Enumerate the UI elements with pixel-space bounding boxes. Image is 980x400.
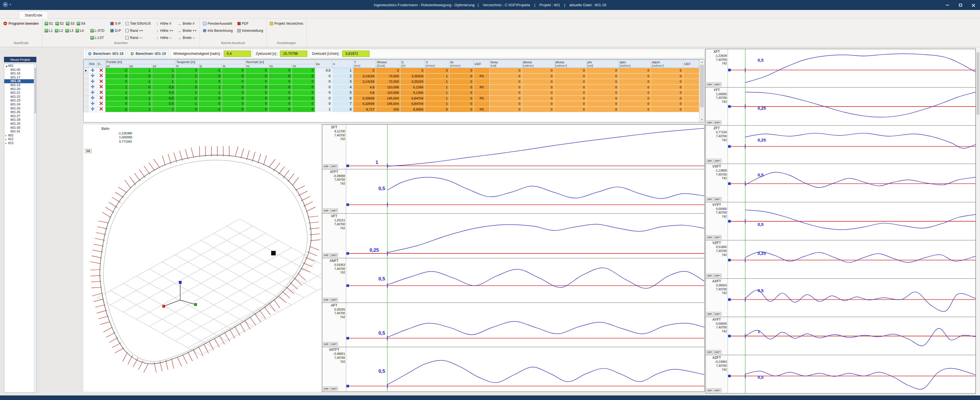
ka-cell[interactable]: 0 — [315, 79, 332, 85]
ka-cell[interactable]: 1 — [315, 106, 332, 112]
checkbox-s4[interactable]: ✓S4 — [77, 22, 85, 25]
point-cell[interactable]: 0 — [245, 68, 269, 74]
point-cell[interactable]: -1 — [175, 95, 199, 101]
result-cell[interactable]: 8,727 — [353, 106, 376, 112]
angle-cell[interactable]: 0 — [490, 68, 522, 74]
point-cell[interactable]: 0 — [222, 68, 245, 74]
delete-row-button[interactable] — [97, 84, 105, 90]
scrollbar-thumb[interactable] — [700, 65, 704, 107]
chart-plot-anft[interactable]: 0,5 — [346, 258, 704, 303]
hoehe-minus-button[interactable]: ↕Höhe -- — [154, 34, 172, 41]
point-cell[interactable]: 0 — [292, 79, 315, 85]
angle-cell[interactable]: 0 — [554, 79, 586, 85]
uef-cell[interactable] — [683, 90, 699, 96]
extr-minus-button[interactable]: extr- — [323, 164, 330, 168]
extr-minus-button[interactable]: extr- — [706, 274, 713, 278]
extr-plus-button[interactable]: extr+ — [331, 298, 338, 302]
chart-plot-vzft[interactable]: 0,25 — [728, 240, 975, 278]
delete-row-button[interactable] — [97, 79, 105, 85]
checkbox-l3[interactable]: ✓L3 — [65, 29, 73, 33]
delete-row-button[interactable] — [97, 68, 105, 74]
checkbox-l-lst[interactable]: ✓L-LST — [91, 36, 104, 40]
drehzahl-field[interactable]: 3,81971 — [342, 51, 369, 57]
point-cell[interactable]: 0 — [199, 95, 222, 101]
result-cell[interactable]: 0 — [449, 95, 474, 101]
result-cell[interactable]: 0 — [449, 79, 474, 85]
result-cell[interactable]: 4,8 — [353, 90, 376, 96]
chart-plot-axft[interactable]: 0,5 — [728, 279, 975, 317]
point-cell[interactable]: 1 — [152, 79, 175, 85]
ka-cell[interactable]: 0 — [315, 84, 332, 90]
breite-minus-button[interactable]: ↔Breite -- — [177, 34, 196, 41]
extr-plus-button[interactable]: extr+ — [714, 388, 721, 392]
point-cell[interactable]: -2 — [105, 106, 129, 112]
result-cell[interactable]: 4,8 — [353, 84, 376, 90]
n-cell[interactable]: 2 — [332, 73, 353, 79]
uef-cell[interactable] — [683, 79, 699, 85]
angle-cell[interactable]: 0 — [651, 73, 683, 79]
angle-cell[interactable]: 0 — [619, 95, 651, 101]
angle-cell[interactable]: 0 — [586, 73, 619, 79]
tree-item-tt01-23[interactable]: tt01-23 — [4, 98, 37, 103]
point-cell[interactable]: 0 — [292, 73, 315, 79]
uef-cell[interactable] — [683, 68, 699, 74]
point-cell[interactable]: 0,5 — [152, 84, 175, 90]
extr-plus-button[interactable]: extr+ — [331, 164, 338, 168]
ka-cell[interactable]: 0,5 — [315, 68, 332, 74]
chart-plot-vatft[interactable]: 0,5 — [346, 347, 704, 392]
zykluszeit-field[interactable]: 15,70796 — [280, 51, 307, 57]
delete-row-button[interactable] — [97, 101, 105, 107]
hoehe-plus-button[interactable]: ↕Höhe ++ — [154, 27, 174, 34]
result-cell[interactable]: 200 — [376, 106, 401, 112]
angle-cell[interactable]: 0 — [554, 106, 586, 112]
angle-cell[interactable]: 0 — [490, 84, 522, 90]
result-cell[interactable]: 110,008 — [376, 84, 401, 90]
result-cell[interactable]: 8,9305 — [401, 106, 425, 112]
point-cell[interactable]: 0 — [222, 101, 245, 107]
angle-cell[interactable]: 0 — [490, 101, 522, 107]
point-cell[interactable]: 1 — [199, 90, 222, 96]
result-cell[interactable]: 0 — [401, 68, 425, 74]
insert-row-button[interactable] — [88, 68, 97, 74]
result-cell[interactable]: 3,25329 — [401, 79, 425, 85]
extr-plus-button[interactable]: extr+ — [714, 350, 721, 354]
angle-cell[interactable]: 0 — [586, 90, 619, 96]
delete-row-button[interactable] — [97, 73, 105, 79]
extr-minus-button[interactable]: extr- — [706, 235, 713, 239]
point-cell[interactable]: 1 — [129, 106, 152, 112]
result-cell[interactable]: 0 — [449, 73, 474, 79]
delete-row-button[interactable] — [97, 106, 105, 112]
point-cell[interactable]: 0 — [105, 95, 129, 101]
extr-minus-button[interactable]: extr- — [323, 208, 330, 213]
chart-plot-yft[interactable]: 0,25 — [728, 87, 975, 125]
result-cell[interactable]: 1 — [425, 101, 449, 107]
result-cell[interactable]: 0 — [425, 68, 449, 74]
point-cell[interactable]: 0 — [222, 90, 245, 96]
chart-plot-vyft[interactable]: 0,5 — [728, 202, 975, 240]
programm-beenden-button[interactable]: Programm beenden — [2, 20, 40, 27]
point-cell[interactable]: 0 — [175, 106, 199, 112]
result-cell[interactable]: 6,84704 — [401, 95, 425, 101]
result-cell[interactable]: 1 — [425, 79, 449, 85]
point-cell[interactable]: 0 — [269, 79, 292, 85]
ka-cell[interactable]: 0 — [315, 95, 332, 101]
extr-minus-button[interactable]: extr- — [706, 388, 713, 392]
table-scrollbar[interactable]: ▲ ▼ — [699, 60, 704, 122]
checkbox-s1[interactable]: ✓S1 — [45, 22, 53, 25]
point-cell[interactable]: 1 — [152, 73, 175, 79]
uef-cell[interactable] — [683, 73, 699, 79]
result-cell[interactable]: 3,25329 — [401, 73, 425, 79]
angle-cell[interactable]: 0 — [522, 95, 554, 101]
uef-cell[interactable] — [683, 95, 699, 101]
hoehe-hash-button[interactable]: ↕Höhe # — [154, 20, 172, 27]
insert-row-button[interactable] — [88, 73, 97, 79]
point-cell[interactable]: 0 — [222, 95, 245, 101]
angle-cell[interactable]: 0 — [522, 90, 554, 96]
point-cell[interactable]: 0 — [292, 68, 315, 74]
angle-cell[interactable]: 0 — [651, 79, 683, 85]
extr-plus-button[interactable]: extr+ — [331, 253, 338, 257]
angle-cell[interactable]: 0 — [619, 73, 651, 79]
delete-row-button[interactable] — [97, 90, 105, 96]
point-cell[interactable]: 0 — [222, 73, 245, 79]
result-cell[interactable]: 145,004 — [376, 95, 401, 101]
